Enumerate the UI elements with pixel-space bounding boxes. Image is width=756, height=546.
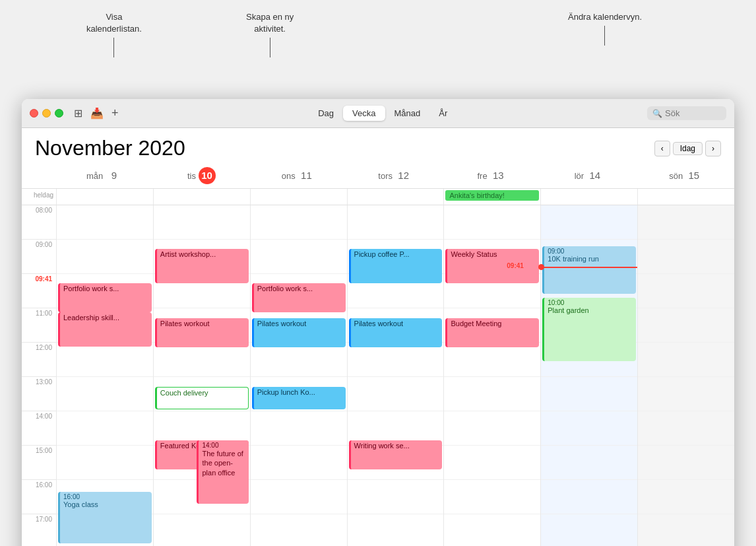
day-header-sat: lör 14 <box>540 163 637 188</box>
event-leadership-skill[interactable]: Leadership skill... <box>58 312 152 347</box>
search-input[interactable] <box>665 108 718 118</box>
view-tabs: Dag Vecka Månad År <box>309 106 457 121</box>
event-couch-delivery[interactable]: Couch delivery <box>155 387 249 409</box>
allday-cell-tue <box>153 189 250 205</box>
time-14: 14:00 <box>22 411 56 446</box>
next-button[interactable]: › <box>705 141 721 156</box>
time-17: 17:00 <box>22 514 56 546</box>
day-col-tue: Artist workshop... Pilates workout Couch… <box>153 205 250 546</box>
allday-cell-thu <box>347 189 444 205</box>
prev-button[interactable]: ‹ <box>654 141 670 156</box>
inbox-icon[interactable]: 📥 <box>90 107 104 119</box>
day-col-sat: 09:41 09:00 10K training run 10:00 Plant… <box>540 205 637 546</box>
event-10k-run[interactable]: 09:00 10K training run <box>542 246 636 294</box>
day-header-thu: tors 12 <box>347 163 444 188</box>
time-grid: 08:00 09:00 09:41 11:00 12:00 13:00 14:0… <box>22 205 734 546</box>
tab-vecka[interactable]: Vecka <box>343 106 385 121</box>
search-bar[interactable]: 🔍 <box>647 106 726 120</box>
day-col-mon: Portfolio work s... Leadership skill... … <box>56 205 153 546</box>
calendar-grid: mån 9 tis 10 ons 11 tors 12 fre 13 lör 1… <box>22 163 734 546</box>
allday-cell-wed <box>250 189 347 205</box>
day-header-fri: fre 13 <box>443 163 540 188</box>
tab-dag[interactable]: Dag <box>309 106 343 121</box>
titlebar: ⊞ 📥 + Dag Vecka Månad År 🔍 <box>22 99 734 128</box>
month-title: November 2020 <box>35 136 185 160</box>
calendar-window: ⊞ 📥 + Dag Vecka Månad År 🔍 November 2020… <box>22 99 734 546</box>
allday-row: heldag Ankita's birthday! <box>22 189 734 205</box>
annotation-andra: Ändra kalendervyn. <box>568 11 642 23</box>
time-column: 08:00 09:00 09:41 11:00 12:00 13:00 14:0… <box>22 205 56 546</box>
current-time-line: 09:41 <box>541 267 637 268</box>
calendar-list-icon[interactable]: ⊞ <box>74 107 82 119</box>
time-12: 12:00 <box>22 343 56 377</box>
event-writing-work[interactable]: Writing work se... <box>349 440 443 469</box>
event-pilates-wed[interactable]: Pilates workout <box>252 318 346 347</box>
add-event-icon[interactable]: + <box>111 106 119 120</box>
event-portfolio-work-wed[interactable]: Portfolio work s... <box>252 283 346 312</box>
annotation-skapa: Skapa en nyaktivitet. <box>246 11 294 35</box>
event-yoga-class[interactable]: 16:00 Yoga class <box>58 492 152 543</box>
toolbar-icons: ⊞ 📥 + <box>74 106 119 120</box>
event-future-office[interactable]: 14:00 The future of the open-plan office <box>197 440 248 504</box>
maximize-button[interactable] <box>55 109 63 118</box>
tab-ar[interactable]: År <box>429 106 457 121</box>
day-col-fri: Weekly Status Budget Meeting 18:00 Game … <box>443 205 540 546</box>
allday-cell-sat <box>540 189 637 205</box>
day-header-mon: mån 9 <box>56 163 153 188</box>
search-icon: 🔍 <box>652 109 662 118</box>
allday-event-birthday[interactable]: Ankita's birthday! <box>445 190 539 201</box>
nav-buttons: ‹ Idag › <box>654 141 721 156</box>
time-15: 15:00 <box>22 446 56 480</box>
close-button[interactable] <box>30 109 38 118</box>
minimize-button[interactable] <box>42 109 51 118</box>
time-08: 08:00 <box>22 205 56 240</box>
event-pickup-coffee[interactable]: Pickup coffee P... <box>349 249 443 283</box>
tab-manad[interactable]: Månad <box>385 106 430 121</box>
allday-cell-fri: Ankita's birthday! <box>443 189 540 205</box>
time-09: 09:00 <box>22 240 56 274</box>
event-pilates-thu[interactable]: Pilates workout <box>349 318 443 347</box>
month-header: November 2020 ‹ Idag › <box>22 128 734 163</box>
event-weekly-status[interactable]: Weekly Status <box>445 249 539 283</box>
annotation-visa: Visakalenderlistan. <box>86 11 142 35</box>
day-header-wed: ons 11 <box>250 163 347 188</box>
day-col-thu: Pickup coffee P... Pilates workout Writi… <box>347 205 444 546</box>
time-10: 09:41 <box>22 274 56 308</box>
allday-cell-mon <box>56 189 153 205</box>
day-header-sun: sön 15 <box>637 163 734 188</box>
day-header-tue: tis 10 <box>153 163 250 188</box>
current-time-label: 09:41 <box>507 262 524 269</box>
event-pickup-lunch[interactable]: Pickup lunch Ko... <box>252 387 346 409</box>
day-headers: mån 9 tis 10 ons 11 tors 12 fre 13 lör 1… <box>22 163 734 189</box>
event-pilates-tue[interactable]: Pilates workout <box>155 318 249 347</box>
day-col-wed: Portfolio work s... Pilates workout Pick… <box>250 205 347 546</box>
allday-cell-sun <box>637 189 734 205</box>
day-col-sun <box>637 205 734 546</box>
today-button[interactable]: Idag <box>673 142 703 155</box>
event-plant-garden[interactable]: 10:00 Plant garden <box>542 298 636 361</box>
allday-label: heldag <box>22 189 56 205</box>
event-budget-meeting[interactable]: Budget Meeting <box>445 318 539 347</box>
event-portfolio-work-mon[interactable]: Portfolio work s... <box>58 283 152 312</box>
time-16: 16:00 <box>22 480 56 514</box>
time-11: 11:00 <box>22 308 56 343</box>
traffic-lights <box>30 109 63 118</box>
event-artist-workshop[interactable]: Artist workshop... <box>155 249 249 283</box>
time-13: 13:00 <box>22 377 56 411</box>
